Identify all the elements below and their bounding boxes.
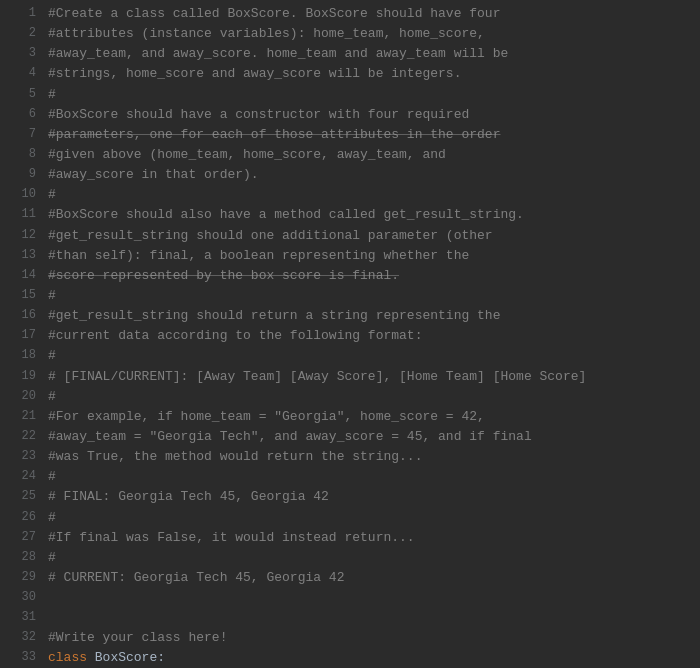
code-line: 11#BoxScore should also have a method ca… [0,205,700,225]
code-line: 24# [0,467,700,487]
line-number: 24 [8,467,36,486]
line-content: #BoxScore should have a constructor with… [48,105,692,125]
line-number: 7 [8,125,36,144]
code-line: 17#current data according to the followi… [0,326,700,346]
line-content: #Write your class here! [48,628,692,648]
code-line: 12#get_result_string should one addition… [0,226,700,246]
line-content: # [48,346,692,366]
line-number: 10 [8,185,36,204]
code-line: 10# [0,185,700,205]
line-content: # [48,508,692,528]
code-line: 16#get_result_string should return a str… [0,306,700,326]
line-number: 5 [8,85,36,104]
code-line: 13#than self): final, a boolean represen… [0,246,700,266]
line-number: 8 [8,145,36,164]
line-content: #For example, if home_team = "Georgia", … [48,407,692,427]
code-line: 21#For example, if home_team = "Georgia"… [0,407,700,427]
line-content: # CURRENT: Georgia Tech 45, Georgia 42 [48,568,692,588]
line-content: # [48,185,692,205]
code-line: 5# [0,85,700,105]
line-content: # [48,286,692,306]
line-number: 33 [8,648,36,667]
line-content: #BoxScore should also have a method call… [48,205,692,225]
code-line: 29# CURRENT: Georgia Tech 45, Georgia 42 [0,568,700,588]
code-line: 22#away_team = "Georgia Tech", and away_… [0,427,700,447]
code-line: 33class BoxScore: [0,648,700,668]
line-content: #away_team, and away_score. home_team an… [48,44,692,64]
code-line: 3#away_team, and away_score. home_team a… [0,44,700,64]
line-number: 23 [8,447,36,466]
line-number: 27 [8,528,36,547]
line-content: #current data according to the following… [48,326,692,346]
line-content: class BoxScore: [48,648,692,668]
line-content: # [48,467,692,487]
line-content: #away_score in that order). [48,165,692,185]
code-line: 9#away_score in that order). [0,165,700,185]
code-line: 1#Create a class called BoxScore. BoxSco… [0,4,700,24]
code-line: 15# [0,286,700,306]
line-number: 22 [8,427,36,446]
line-number: 19 [8,367,36,386]
line-content: #get_result_string should return a strin… [48,306,692,326]
line-content: #Create a class called BoxScore. BoxScor… [48,4,692,24]
line-content: # [FINAL/CURRENT]: [Away Team] [Away Sco… [48,367,692,387]
code-line: 18# [0,346,700,366]
line-number: 1 [8,4,36,23]
line-number: 30 [8,588,36,607]
code-line: 4#strings, home_score and away_score wil… [0,64,700,84]
line-number: 18 [8,346,36,365]
line-content: #parameters, one for each of those attri… [48,125,692,145]
line-number: 14 [8,266,36,285]
line-content: # [48,387,692,407]
line-content: #If final was False, it would instead re… [48,528,692,548]
line-number: 31 [8,608,36,627]
code-line: 27#If final was False, it would instead … [0,528,700,548]
line-content: #away_team = "Georgia Tech", and away_sc… [48,427,692,447]
line-content: #score represented by the box score is f… [48,266,692,286]
line-number: 26 [8,508,36,527]
line-number: 6 [8,105,36,124]
code-line: 28# [0,548,700,568]
line-number: 29 [8,568,36,587]
code-line: 14#score represented by the box score is… [0,266,700,286]
line-number: 32 [8,628,36,647]
code-line: 20# [0,387,700,407]
line-number: 16 [8,306,36,325]
line-number: 25 [8,487,36,506]
code-line: 19# [FINAL/CURRENT]: [Away Team] [Away S… [0,367,700,387]
line-content: #get_result_string should one additional… [48,226,692,246]
code-line: 2#attributes (instance variables): home_… [0,24,700,44]
line-number: 4 [8,64,36,83]
line-number: 11 [8,205,36,224]
code-editor: 1#Create a class called BoxScore. BoxSco… [0,0,700,668]
code-line: 30 [0,588,700,608]
line-content: # [48,85,692,105]
line-number: 15 [8,286,36,305]
line-number: 9 [8,165,36,184]
code-line: 8#given above (home_team, home_score, aw… [0,145,700,165]
line-content: #than self): final, a boolean representi… [48,246,692,266]
line-number: 2 [8,24,36,43]
line-content: # FINAL: Georgia Tech 45, Georgia 42 [48,487,692,507]
line-number: 21 [8,407,36,426]
code-line: 32#Write your class here! [0,628,700,648]
code-line: 6#BoxScore should have a constructor wit… [0,105,700,125]
line-content: # [48,548,692,568]
line-number: 20 [8,387,36,406]
line-number: 3 [8,44,36,63]
code-line: 31 [0,608,700,628]
code-line: 23#was True, the method would return the… [0,447,700,467]
line-number: 17 [8,326,36,345]
line-number: 28 [8,548,36,567]
line-content: #was True, the method would return the s… [48,447,692,467]
line-content: #strings, home_score and away_score will… [48,64,692,84]
line-number: 12 [8,226,36,245]
line-content: #attributes (instance variables): home_t… [48,24,692,44]
code-line: 7#parameters, one for each of those attr… [0,125,700,145]
line-number: 13 [8,246,36,265]
code-line: 26# [0,508,700,528]
code-line: 25# FINAL: Georgia Tech 45, Georgia 42 [0,487,700,507]
line-content: #given above (home_team, home_score, awa… [48,145,692,165]
